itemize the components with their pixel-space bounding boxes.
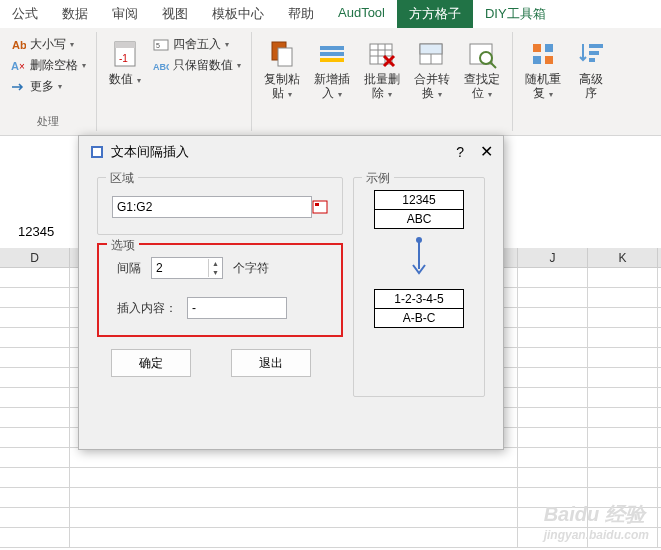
col-header-d[interactable]: D (0, 248, 70, 267)
dropdown-icon: ▾ (438, 90, 442, 99)
dropdown-icon: ▾ (288, 90, 292, 99)
batchdel-button[interactable]: 批量删 除 ▾ (358, 34, 406, 105)
svg-line-24 (490, 62, 496, 68)
dropdown-icon: ▾ (58, 82, 62, 91)
tab-audtool[interactable]: AudTool (326, 0, 397, 28)
tab-help[interactable]: 帮助 (276, 0, 326, 28)
svg-rect-27 (533, 56, 541, 64)
round-button[interactable]: 5四舍五入 ▾ (149, 34, 245, 55)
ribbon-group-numval: -1 数值 ▾ 5四舍五入 ▾ ABC只保留数值 ▾ (97, 32, 252, 131)
options-label: 选项 (107, 237, 139, 254)
insert-icon (316, 38, 348, 70)
example-group: 示例 12345 ABC 1-2-3-4-5 A-B-C (353, 177, 485, 397)
delspace-icon: A× (10, 58, 26, 74)
svg-rect-4 (115, 42, 135, 48)
region-group: 区域 (97, 177, 343, 235)
round-icon: 5 (153, 37, 169, 53)
advsort-button[interactable]: 高级 序 (569, 34, 613, 105)
insert-content-input[interactable] (187, 297, 287, 319)
range-selector-icon[interactable] (312, 200, 328, 214)
close-button[interactable]: ✕ (480, 142, 493, 161)
interval-spinner[interactable]: ▲▼ (151, 257, 223, 279)
tab-view[interactable]: 视图 (150, 0, 200, 28)
svg-text:-1: -1 (119, 53, 128, 64)
ribbon-group-random: 随机重 复 ▾ 高级 序 (513, 32, 619, 131)
svg-rect-13 (320, 58, 344, 62)
dropdown-icon: ▾ (549, 90, 553, 99)
options-group: 选项 间隔 ▲▼ 个字符 插入内容： (97, 243, 343, 337)
group-label (103, 127, 245, 129)
svg-rect-28 (545, 56, 553, 64)
tab-data[interactable]: 数据 (50, 0, 100, 28)
dropdown-icon: ▾ (137, 76, 141, 85)
dialog-titlebar[interactable]: 文本间隔插入 ? ✕ (79, 136, 503, 167)
merge-icon (416, 38, 448, 70)
region-label: 区域 (106, 170, 138, 187)
cell-value[interactable]: 12345 (18, 224, 54, 239)
help-button[interactable]: ? (456, 144, 464, 160)
dropdown-icon: ▾ (82, 61, 86, 70)
copypaste-button[interactable]: 复制粘 贴 ▾ (258, 34, 306, 105)
dropdown-icon: ▾ (225, 40, 229, 49)
spinner-down-icon[interactable]: ▼ (209, 268, 222, 277)
group-label (258, 127, 506, 129)
example-after: 1-2-3-4-5 A-B-C (374, 289, 464, 328)
case-button[interactable]: Ab大小写 ▾ (6, 34, 90, 55)
col-header-j[interactable]: J (518, 248, 588, 267)
watermark: Baidu 经验 jingyan.baidu.com (544, 501, 649, 542)
interval-input[interactable] (152, 261, 208, 275)
ribbon-group-edit: 复制粘 贴 ▾ 新增插 入 ▾ 批量删 除 ▾ 合并转 换 ▾ 查找定 位 ▾ (252, 32, 513, 131)
locate-button[interactable]: 查找定 位 ▾ (458, 34, 506, 105)
ribbon-content: Ab大小写 ▾ A×删除空格 ▾ 更多 ▾ 处理 -1 数值 ▾ 5四舍五入 ▾… (0, 28, 661, 136)
dialog-text-interval-insert: 文本间隔插入 ? ✕ 区域 选项 间隔 ▲▼ (78, 135, 504, 450)
insert-content-label: 插入内容： (117, 300, 177, 317)
ok-button[interactable]: 确定 (111, 349, 191, 377)
copypaste-icon (266, 38, 298, 70)
batchdel-icon (366, 38, 398, 70)
numval-button[interactable]: -1 数值 ▾ (103, 34, 147, 90)
tab-formula[interactable]: 公式 (0, 0, 50, 28)
keepnum-icon: ABC (153, 58, 169, 74)
region-input[interactable] (112, 196, 312, 218)
shuffle-icon (527, 38, 559, 70)
svg-text:5: 5 (156, 42, 160, 49)
cancel-button[interactable]: 退出 (231, 349, 311, 377)
svg-text:×: × (19, 61, 25, 72)
merge-button[interactable]: 合并转 换 ▾ (408, 34, 456, 105)
keepnum-button[interactable]: ABC只保留数值 ▾ (149, 55, 245, 76)
tab-review[interactable]: 审阅 (100, 0, 150, 28)
interval-label: 间隔 (117, 260, 141, 277)
col-header-k[interactable]: K (588, 248, 658, 267)
svg-rect-12 (320, 52, 344, 56)
shuffle-button[interactable]: 随机重 复 ▾ (519, 34, 567, 105)
dropdown-icon: ▾ (488, 90, 492, 99)
example-before: 12345 ABC (374, 190, 464, 229)
svg-rect-25 (533, 44, 541, 52)
dialog-title-text: 文本间隔插入 (111, 143, 189, 161)
dropdown-icon: ▾ (388, 90, 392, 99)
tab-diy[interactable]: DIY工具箱 (473, 0, 558, 28)
ribbon-tabs: 公式 数据 审阅 视图 模板中心 帮助 AudTool 方方格子 DIY工具箱 (0, 0, 661, 28)
svg-rect-11 (320, 46, 344, 50)
svg-rect-33 (93, 148, 101, 156)
dropdown-icon: ▾ (70, 40, 74, 49)
spinner-up-icon[interactable]: ▲ (209, 259, 222, 268)
svg-rect-35 (315, 203, 319, 206)
svg-text:ABC: ABC (153, 62, 169, 72)
tab-ffgz[interactable]: 方方格子 (397, 0, 473, 28)
tab-template[interactable]: 模板中心 (200, 0, 276, 28)
svg-rect-31 (589, 58, 595, 62)
dialog-icon (89, 144, 105, 160)
delspace-button[interactable]: A×删除空格 ▾ (6, 55, 90, 76)
interval-suffix: 个字符 (233, 260, 269, 277)
svg-rect-30 (589, 51, 599, 55)
svg-rect-10 (278, 48, 292, 66)
arrow-right-icon (10, 79, 26, 95)
more-button[interactable]: 更多 ▾ (6, 76, 90, 97)
svg-rect-29 (589, 44, 603, 48)
arrow-down-icon (364, 237, 474, 281)
insert-button[interactable]: 新增插 入 ▾ (308, 34, 356, 105)
svg-point-37 (416, 237, 422, 243)
numval-icon: -1 (109, 38, 141, 70)
ribbon-group-process: Ab大小写 ▾ A×删除空格 ▾ 更多 ▾ 处理 (0, 32, 97, 131)
